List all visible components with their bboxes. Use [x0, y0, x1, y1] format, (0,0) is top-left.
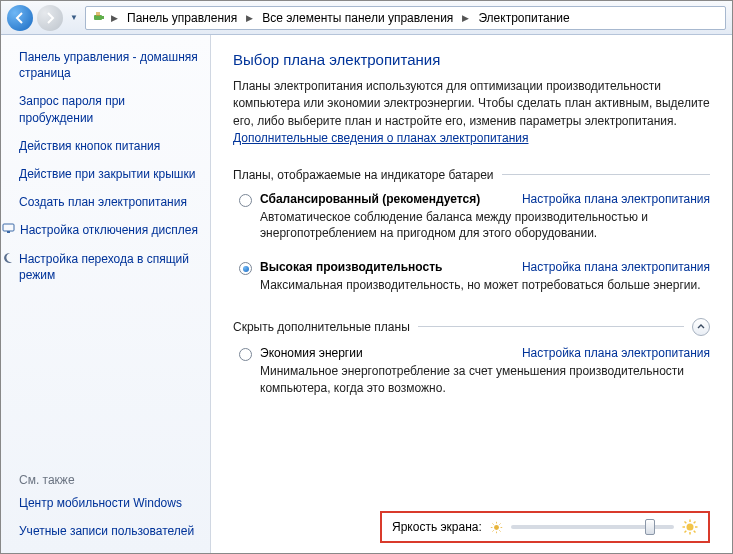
plan-settings-link[interactable]: Настройка плана электропитания: [522, 346, 710, 360]
plan-desc: Максимальная производительность, но може…: [260, 277, 710, 294]
svg-rect-2: [3, 224, 14, 231]
plan-desc: Минимальное энергопотребление за счет ум…: [260, 363, 710, 397]
navbar: ▼ ▶ Панель управления ▶ Все элементы пан…: [1, 1, 732, 35]
plan-desc: Автоматическое соблюдение баланса между …: [260, 209, 710, 243]
power-icon: [90, 10, 106, 26]
svg-point-4: [494, 525, 499, 530]
moon-icon: [1, 251, 14, 264]
sun-dim-icon: [490, 521, 503, 534]
group-battery-header: Планы, отображаемые на индикаторе батаре…: [233, 168, 710, 182]
chevron-right-icon: ▶: [108, 13, 121, 23]
sidebar-link-sleep[interactable]: Настройка перехода в спящий режим: [1, 251, 198, 283]
svg-line-18: [685, 522, 687, 524]
radio-balanced[interactable]: [239, 194, 252, 207]
intro-help-link[interactable]: Дополнительные сведения о планах электро…: [233, 131, 528, 145]
sidebar-link-password[interactable]: Запрос пароля при пробуждении: [19, 93, 198, 125]
svg-rect-3: [7, 231, 10, 233]
intro-text: Планы электропитания используются для оп…: [233, 78, 710, 148]
breadcrumb-item[interactable]: Электропитание: [474, 9, 573, 27]
chevron-right-icon: ▶: [459, 13, 472, 23]
monitor-icon: [1, 222, 15, 235]
plan-name: Сбалансированный (рекомендуется): [260, 192, 480, 206]
sidebar-link-create-plan[interactable]: Создать план электропитания: [19, 194, 198, 210]
plan-power-saver: Экономия энергии Настройка плана электро…: [239, 346, 710, 411]
sidebar-item-label: Настройка перехода в спящий режим: [19, 251, 198, 283]
radio-high-performance[interactable]: [239, 262, 252, 275]
radio-power-saver[interactable]: [239, 348, 252, 361]
svg-point-13: [687, 524, 694, 531]
svg-line-9: [492, 523, 493, 524]
see-also-accounts[interactable]: Учетные записи пользователей: [19, 523, 198, 539]
page-title: Выбор плана электропитания: [233, 51, 710, 68]
plan-name: Экономия энергии: [260, 346, 363, 360]
svg-line-20: [685, 531, 687, 533]
sidebar-item-label: Настройка отключения дисплея: [20, 222, 198, 238]
breadcrumb: ▶ Панель управления ▶ Все элементы панел…: [85, 6, 726, 30]
breadcrumb-item[interactable]: Панель управления: [123, 9, 241, 27]
forward-button[interactable]: [37, 5, 63, 31]
breadcrumb-item[interactable]: Все элементы панели управления: [258, 9, 457, 27]
svg-line-19: [694, 531, 696, 533]
collapse-icon[interactable]: [692, 318, 710, 336]
sidebar: Панель управления - домашняя страница За…: [1, 35, 211, 553]
group-extra-header[interactable]: Скрыть дополнительные планы: [233, 318, 710, 336]
svg-line-10: [499, 530, 500, 531]
plan-high-performance: Высокая производительность Настройка пла…: [239, 260, 710, 308]
chevron-right-icon: ▶: [243, 13, 256, 23]
brightness-slider[interactable]: [511, 525, 674, 529]
back-button[interactable]: [7, 5, 33, 31]
plan-balanced: Сбалансированный (рекомендуется) Настрой…: [239, 192, 710, 257]
svg-line-11: [492, 530, 493, 531]
group-label: Планы, отображаемые на индикаторе батаре…: [233, 168, 494, 182]
group-label: Скрыть дополнительные планы: [233, 320, 410, 334]
sidebar-link-buttons[interactable]: Действия кнопок питания: [19, 138, 198, 154]
slider-thumb[interactable]: [645, 519, 655, 535]
nav-history-dropdown[interactable]: ▼: [67, 8, 81, 28]
plan-settings-link[interactable]: Настройка плана электропитания: [522, 192, 710, 206]
brightness-label: Яркость экрана:: [392, 520, 482, 534]
svg-rect-0: [94, 15, 102, 20]
divider: [502, 174, 710, 175]
svg-line-12: [499, 523, 500, 524]
plan-settings-link[interactable]: Настройка плана электропитания: [522, 260, 710, 274]
sidebar-link-display-off[interactable]: Настройка отключения дисплея: [1, 222, 198, 238]
sidebar-link-lid[interactable]: Действие при закрытии крышки: [19, 166, 198, 182]
main-content: Выбор плана электропитания Планы электро…: [211, 35, 732, 553]
divider: [418, 326, 684, 327]
see-also-mobility[interactable]: Центр мобильности Windows: [19, 495, 198, 511]
sun-bright-icon: [682, 519, 698, 535]
see-also-header: См. также: [19, 473, 198, 487]
intro-body: Планы электропитания используются для оп…: [233, 79, 710, 128]
svg-rect-1: [102, 16, 104, 19]
sidebar-link-home[interactable]: Панель управления - домашняя страница: [19, 49, 198, 81]
svg-line-21: [694, 522, 696, 524]
plan-name: Высокая производительность: [260, 260, 442, 274]
brightness-bar: Яркость экрана:: [380, 511, 710, 543]
